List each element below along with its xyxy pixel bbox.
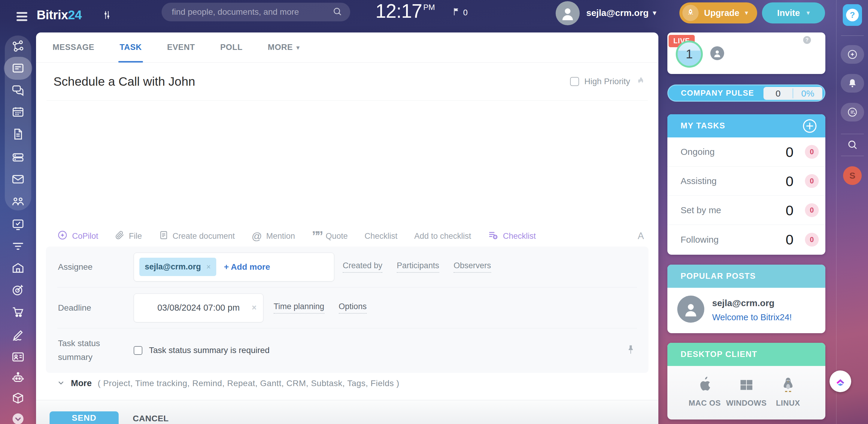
task-title-field[interactable]: Schedule a Call with John	[54, 75, 195, 89]
tasks-icon[interactable]	[11, 218, 25, 231]
sign-icon[interactable]	[11, 328, 25, 342]
my-tasks-row-ongoing[interactable]: Ongoing 0 0	[668, 137, 825, 167]
mail-icon[interactable]	[11, 172, 25, 186]
quote-button[interactable]: ”” Quote	[312, 231, 348, 241]
created-by-link[interactable]: Created by	[343, 261, 382, 273]
my-tasks-row-set-by-me[interactable]: Set by me 0 0	[668, 196, 825, 225]
automation-icon[interactable]	[11, 371, 25, 385]
tab-event[interactable]: EVENT	[167, 32, 195, 62]
upgrade-button[interactable]: Upgrade ▾	[679, 2, 757, 24]
search-icon	[847, 139, 858, 150]
search-icon[interactable]	[332, 6, 342, 18]
attach-file-button[interactable]: File	[115, 230, 142, 242]
mention-button[interactable]: @ Mention	[252, 230, 295, 242]
more-menu-icon[interactable]	[11, 412, 25, 424]
rocket-icon	[682, 5, 699, 21]
popular-post-item[interactable]: sejla@crm.org Welcome to Bitrix24!	[668, 288, 825, 323]
sites-icon[interactable]	[11, 261, 25, 275]
online-count-gauge[interactable]: 1	[676, 40, 703, 68]
clear-deadline-icon[interactable]: ×	[252, 303, 256, 312]
copilot-rail-button[interactable]	[841, 45, 864, 64]
cancel-button[interactable]: CANCEL	[133, 414, 169, 423]
inventory-icon[interactable]	[11, 391, 25, 405]
crm-icon[interactable]	[11, 239, 25, 253]
post-title-link[interactable]: Welcome to Bitrix24!	[712, 312, 792, 322]
status-summary-control: Task status summary is required	[134, 345, 270, 355]
assignee-input[interactable]: sejla@crm.org × + Add more	[134, 253, 334, 281]
chevron-down-icon: ▾	[806, 10, 810, 16]
my-tasks-row-assisting[interactable]: Assisting 0 0	[668, 167, 825, 196]
rail-search-button[interactable]	[847, 139, 858, 150]
notifications-button[interactable]	[841, 74, 864, 93]
clickup-button[interactable]	[830, 370, 851, 392]
checklist-copilot-button[interactable]: Checklist	[488, 230, 536, 243]
news-feed-icon[interactable]	[11, 61, 25, 75]
remove-assignee-icon[interactable]: ×	[206, 262, 211, 271]
observers-link[interactable]: Observers	[454, 261, 491, 273]
tab-task[interactable]: TASK	[120, 32, 142, 62]
company-pulse-widget[interactable]: COMPANY PULSE 0 0%	[668, 85, 825, 102]
chat-history-button[interactable]	[841, 103, 864, 121]
copilot-button[interactable]: CoPilot	[57, 230, 98, 243]
contact-center-icon[interactable]	[11, 350, 25, 364]
rail-separator	[841, 35, 864, 36]
options-link[interactable]: Options	[339, 302, 367, 314]
popular-posts-widget: POPULAR POSTS sejla@crm.org Welcome to B…	[668, 265, 825, 333]
my-tasks-widget: MY TASKS Ongoing 0 0 Assisting 0 0 Set b…	[668, 114, 825, 255]
more-fields-row[interactable]: More ( Project, Time tracking, Remind, R…	[57, 378, 399, 388]
drive-icon[interactable]	[11, 150, 25, 164]
deadline-label: Deadline	[58, 301, 134, 315]
windows-download[interactable]: WINDOWS	[726, 374, 767, 408]
online-user-avatar[interactable]	[710, 46, 724, 60]
search-input[interactable]	[172, 7, 332, 17]
tab-poll[interactable]: POLL	[220, 32, 242, 62]
add-to-checklist-button[interactable]: Add to checklist	[414, 231, 471, 241]
participants-link[interactable]: Participants	[397, 261, 439, 273]
flag-icon	[452, 7, 460, 18]
invite-button[interactable]: Invite ▾	[762, 2, 825, 24]
configure-menu-icon[interactable]	[101, 10, 112, 21]
send-button[interactable]: SEND	[50, 412, 119, 424]
assignee-tag[interactable]: sejla@crm.org ×	[140, 258, 216, 276]
time-planning-link[interactable]: Time planning	[274, 302, 324, 314]
status-badge: 0	[805, 145, 819, 159]
copilot-icon	[57, 230, 68, 243]
high-priority-checkbox[interactable]	[570, 77, 579, 86]
chevron-down-icon: ▾	[745, 10, 748, 16]
user-avatar[interactable]	[556, 1, 580, 25]
desktop-client-widget: DESKTOP CLIENT MAC OS WINDOWS LINUX	[668, 343, 825, 420]
notifications-flag[interactable]: 0	[452, 7, 468, 18]
clickup-icon	[834, 375, 847, 388]
user-status-avatar[interactable]: S	[843, 166, 862, 185]
marketing-icon[interactable]	[11, 283, 25, 297]
text-format-button[interactable]: A	[638, 231, 644, 242]
help-button[interactable]: ?	[843, 4, 862, 26]
tab-more[interactable]: MORE▾	[268, 32, 300, 62]
documents-icon[interactable]	[11, 127, 25, 141]
add-more-assignee-button[interactable]: + Add more	[224, 262, 270, 272]
add-task-button[interactable]	[802, 118, 817, 134]
hamburger-menu-icon[interactable]	[17, 12, 27, 21]
user-menu[interactable]: sejla@crm.org ▾	[586, 8, 656, 18]
calendar-icon[interactable]	[11, 105, 25, 119]
status-summary-checkbox[interactable]	[134, 346, 142, 355]
social-network-icon[interactable]	[11, 39, 25, 53]
store-icon[interactable]	[11, 305, 25, 319]
linux-download[interactable]: LINUX	[767, 374, 809, 408]
widget-help-icon[interactable]: ?	[803, 36, 811, 44]
task-description-editor[interactable]	[46, 101, 648, 225]
bitrix24-logo[interactable]: Bitrix24	[37, 8, 82, 22]
status-summary-row: Task status summary Task status summary …	[46, 329, 648, 372]
checklist-button[interactable]: Checklist	[365, 231, 398, 241]
clock[interactable]: 12:17PM	[375, 0, 435, 22]
pin-icon[interactable]	[627, 345, 634, 356]
tab-message[interactable]: MESSAGE	[53, 32, 94, 62]
my-tasks-row-following[interactable]: Following 0 0	[668, 225, 825, 254]
deadline-input[interactable]: 03/08/2024 07:00 pm ×	[134, 293, 264, 322]
post-author-name: sejla@crm.org	[712, 298, 792, 308]
macos-download[interactable]: MAC OS	[684, 374, 726, 408]
employees-icon[interactable]	[11, 194, 25, 208]
assignee-row: Assignee sejla@crm.org × + Add more Crea…	[46, 247, 648, 287]
create-document-button[interactable]: Create document	[159, 230, 235, 242]
messenger-icon[interactable]	[11, 83, 25, 97]
